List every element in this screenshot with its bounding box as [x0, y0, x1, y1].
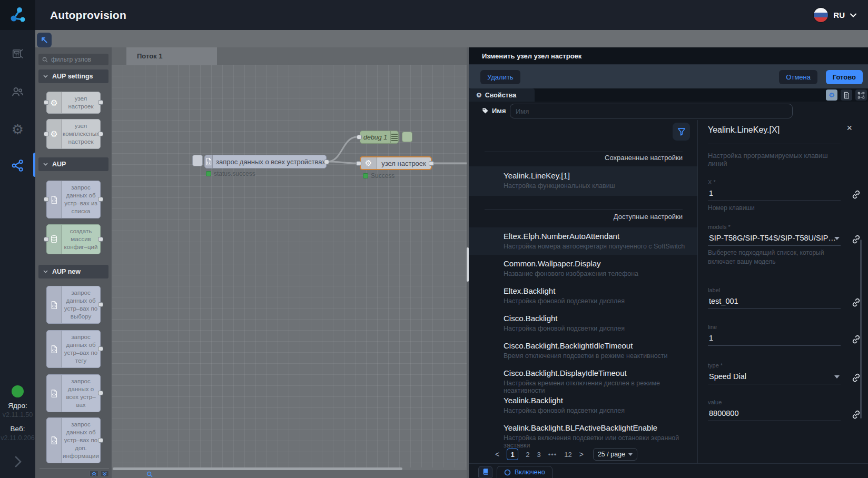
field-label: type *: [708, 362, 841, 370]
available-setting-item[interactable]: Cisco.Backlight Настройка фоновой подсве…: [469, 310, 697, 337]
palette-section-aup-settings[interactable]: AUP settings: [38, 69, 108, 83]
status-dot-icon: [206, 171, 211, 176]
page-size-value: 25 / page: [598, 451, 625, 458]
setting-title: Cisco.Backlight: [504, 314, 697, 323]
node-output-port[interactable]: [324, 160, 329, 164]
tab-properties[interactable]: ⚙ Свойства: [469, 88, 535, 102]
setting-description: Настройка фоновой подсветки дисплея: [504, 407, 697, 414]
node-input-port: [44, 237, 49, 242]
field-helper: Номер клавиши: [708, 204, 841, 213]
book-icon: [482, 468, 489, 475]
sidebar-item-users[interactable]: [0, 83, 35, 101]
palette-scroll-up-button[interactable]: [90, 470, 98, 477]
properties-view-button[interactable]: ⚙: [826, 89, 837, 101]
field-x-input[interactable]: 1: [708, 188, 841, 201]
language-selector[interactable]: RU: [814, 0, 856, 30]
node-output-port: [98, 302, 103, 307]
done-button[interactable]: Готово: [826, 70, 863, 84]
pagination-prev-button[interactable]: <: [495, 450, 499, 459]
available-setting-item[interactable]: Yealink.Backlight.BLFActiveBacklightEnab…: [469, 419, 697, 446]
chevron-down-icon: [43, 270, 48, 273]
delete-button[interactable]: Удалить: [480, 70, 520, 84]
available-setting-item[interactable]: Common.Wallpaper.Display Название фоново…: [469, 255, 697, 282]
pagination-page-2[interactable]: 2: [526, 451, 529, 459]
pagination-page-3[interactable]: 3: [537, 451, 540, 459]
palette-node-query-by-tag[interactable]: запрос данных об устр–вах по тегу: [46, 330, 101, 368]
web-version-label: Веб:: [0, 425, 35, 433]
field-type-select[interactable]: Speed Dial: [708, 371, 841, 384]
palette-node-settings[interactable]: ⚙ узел настроек: [46, 92, 101, 114]
canvas-node-query-all-devices[interactable]: запрос данных о всех устройствах: [204, 155, 327, 168]
node-input-port: [44, 100, 49, 105]
palette-filter-input[interactable]: [51, 56, 105, 63]
flow-tab[interactable]: Поток 1: [126, 47, 217, 65]
debug-enable-button[interactable]: [402, 132, 412, 142]
detail-scrollbar[interactable]: [860, 240, 862, 419]
settings-list-column: Сохраненные настройки Yealink.LineKey.[1…: [469, 120, 697, 463]
setting-title: Eltex.Elph.NumberAutoAttendant: [504, 232, 697, 241]
pagination-page-12[interactable]: 12: [564, 451, 571, 459]
palette-section-aup[interactable]: AUP: [38, 157, 108, 171]
palette-node-complex-settings[interactable]: ⚙ узел комплексных настроек: [46, 119, 101, 149]
pagination-page-1[interactable]: 1: [507, 449, 518, 460]
share-icon: [11, 158, 25, 173]
palette-section-aup-new[interactable]: AUP new: [38, 265, 108, 278]
canvas-grid[interactable]: запрос данных о всех устройствах status.…: [112, 65, 467, 467]
flow-canvas[interactable]: Поток 1 запрос данных о всех устройствах…: [112, 47, 467, 478]
pagination-next-button[interactable]: >: [579, 450, 584, 459]
field-label-input[interactable]: test_001: [708, 296, 841, 309]
canvas-node-debug[interactable]: debug 1: [360, 131, 399, 144]
link-icon: [851, 297, 861, 307]
palette-scroll-down-button[interactable]: [100, 470, 109, 477]
available-setting-item[interactable]: Eltex.Elph.NumberAutoAttendant Настройка…: [469, 227, 697, 255]
inject-node-button[interactable]: [192, 155, 203, 166]
available-setting-item[interactable]: Yealink.Backlight Настройка фоновой подс…: [469, 392, 697, 419]
docs-button[interactable]: [478, 466, 492, 477]
name-field-label: Имя: [482, 102, 506, 120]
pagination-ellipsis[interactable]: •••: [548, 451, 557, 459]
palette-node-query-all[interactable]: запрос данных о всех устр–вах: [46, 374, 101, 412]
link-property-button[interactable]: [850, 188, 862, 200]
chevron-right-icon: [12, 455, 24, 469]
sidebar-item-flows[interactable]: [0, 156, 35, 174]
node-input-port[interactable]: [357, 135, 362, 140]
file-code-icon: [47, 418, 62, 463]
sidebar-expand-button[interactable]: [0, 455, 35, 469]
node-output-port[interactable]: [429, 161, 434, 166]
canvas-zoom-button[interactable]: [145, 470, 154, 478]
field-value: value 8800800: [708, 399, 841, 421]
field-line-input[interactable]: 1: [708, 333, 841, 346]
sidebar-item-devices[interactable]: [0, 45, 35, 63]
cancel-button[interactable]: Отмена: [779, 70, 817, 84]
name-input[interactable]: [510, 104, 793, 118]
core-status-dot: [12, 385, 24, 397]
select-tool-button[interactable]: [37, 33, 52, 47]
filter-settings-button[interactable]: [673, 123, 690, 141]
saved-setting-item[interactable]: Yealink.LineKey.[1] Настройка функционал…: [469, 166, 697, 196]
page-size-select[interactable]: 25 / page: [593, 448, 637, 461]
palette-node-query-by-choice[interactable]: запрос данных об устр–вах по выбору: [46, 286, 101, 324]
field-label: line: [708, 324, 841, 331]
name-row: Имя: [469, 102, 868, 120]
close-detail-button[interactable]: ×: [846, 123, 852, 133]
debug-toggle-icon[interactable]: [390, 131, 398, 143]
available-setting-item[interactable]: Eltex.Backlight Настройка фоновой подсве…: [469, 282, 697, 310]
link-icon: [851, 190, 861, 200]
detail-title: Yealink.LineKey.[X]: [708, 125, 780, 135]
cursor-arrow-icon: [40, 36, 48, 44]
available-setting-item[interactable]: Cisco.Backlight.BacklightIdleTimeout Вре…: [469, 337, 697, 364]
palette-node-query-by-extra-info[interactable]: запрос данных об устр–вах по доп. информ…: [46, 417, 101, 463]
enabled-toggle[interactable]: Включено: [497, 466, 553, 478]
field-value-input[interactable]: 8800800: [708, 408, 841, 421]
node-status-text: Success: [371, 172, 394, 180]
field-models-select[interactable]: SIP-T58G/SIP-T54S/SIP-T58U/SIP…: [708, 233, 841, 246]
setting-description: Время отключения подсветки в режиме неак…: [504, 352, 697, 360]
palette-node-query-list[interactable]: запрос данных об устр–вах из списка: [46, 181, 101, 218]
palette-node-create-config-array[interactable]: создать массив конфиг–ций: [46, 224, 101, 254]
available-setting-item[interactable]: Cisco.Backlight.DisplayIdleTimeout Настр…: [469, 364, 697, 392]
sidebar-item-settings[interactable]: ⚙: [0, 121, 35, 138]
node-input-port[interactable]: [356, 161, 361, 166]
description-view-button[interactable]: [841, 89, 852, 101]
canvas-node-settings-selected[interactable]: ⚙ узел настроек: [360, 156, 432, 170]
appearance-view-button[interactable]: [855, 89, 867, 101]
